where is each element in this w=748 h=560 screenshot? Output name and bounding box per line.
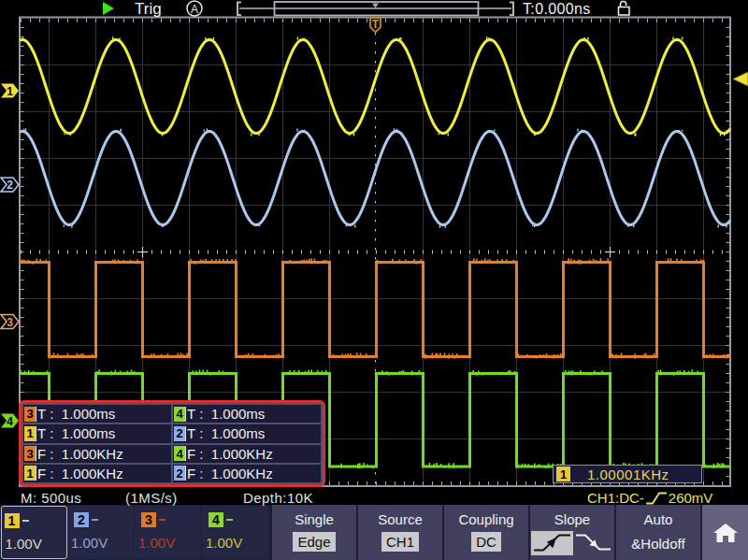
svg-text:T:0.000ns: T:0.000ns — [523, 1, 591, 17]
svg-text:2: 2 — [7, 179, 13, 192]
svg-text:Trig: Trig — [135, 0, 162, 18]
svg-text:T: T — [372, 18, 380, 31]
svg-text:A: A — [191, 3, 198, 16]
svg-text:3: 3 — [7, 316, 13, 329]
svg-text:1: 1 — [7, 85, 13, 98]
svg-text:4: 4 — [7, 415, 13, 428]
